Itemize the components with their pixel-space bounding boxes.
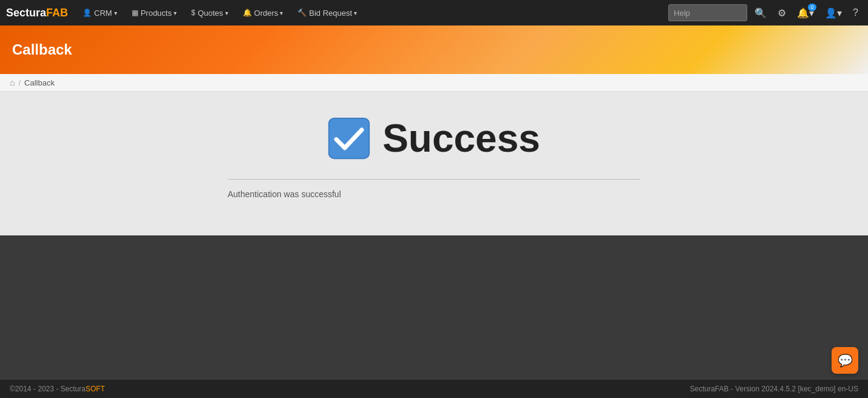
dark-area: [0, 235, 868, 380]
user-caret-icon: ▾: [837, 7, 842, 19]
nav-orders-label: Orders: [254, 8, 279, 18]
footer: ©2014 - 2023 - SecturaSOFT SecturaFAB - …: [0, 380, 868, 398]
crm-caret-icon: ▾: [114, 10, 117, 16]
brand-prefix: Sectura: [6, 7, 46, 19]
chat-icon: 💬: [838, 353, 853, 368]
footer-copyright-text: ©2014 - 2023 - Sectura: [10, 385, 86, 393]
navbar: SecturaFAB 👤 CRM ▾ ▦ Products ▾ $ Quotes…: [0, 0, 868, 25]
success-label: Success: [382, 116, 540, 161]
bell-icon: 🔔: [797, 7, 809, 19]
notifications-button[interactable]: 🔔 0 ▾: [793, 0, 818, 25]
footer-version-detail: - Version 2024.4.5.2 [kec_demo] en-US: [729, 385, 858, 393]
breadcrumb-home-icon[interactable]: ⌂: [10, 78, 15, 87]
orders-icon: 🔔: [243, 8, 252, 17]
products-caret-icon: ▾: [174, 10, 177, 16]
search-button[interactable]: 🔍: [751, 0, 770, 25]
content-divider: [228, 179, 640, 180]
nav-quotes-label: Quotes: [198, 8, 223, 18]
nav-quotes[interactable]: $ Quotes ▾: [185, 0, 234, 25]
page-title: Callback: [12, 41, 72, 58]
main-content: Success Authentication was successful: [0, 92, 868, 235]
nav-products-label: Products: [141, 8, 172, 18]
navbar-right: 🔍 ⚙ 🔔 0 ▾ 👤 ▾ ?: [668, 0, 862, 25]
footer-version: SecturaFAB - Version 2024.4.5.2 [kec_dem…: [690, 385, 858, 393]
nav-crm[interactable]: 👤 CRM ▾: [76, 0, 123, 25]
user-icon: 👤: [825, 7, 837, 19]
success-area: Success: [328, 116, 540, 161]
gear-icon: ⚙: [778, 7, 786, 19]
nav-bid-request[interactable]: 🔨 Bid Request ▾: [291, 0, 363, 25]
nav-crm-label: CRM: [94, 8, 112, 18]
notification-badge: 0: [808, 4, 816, 11]
breadcrumb-separator: /: [18, 78, 21, 87]
breadcrumb-bar: ⌂ / Callback: [0, 74, 868, 92]
bid-request-caret-icon: ▾: [354, 10, 357, 16]
footer-copyright: ©2014 - 2023 - SecturaSOFT: [10, 385, 105, 393]
chat-button[interactable]: 💬: [832, 347, 858, 374]
user-menu-button[interactable]: 👤 ▾: [821, 0, 846, 25]
help-input[interactable]: [668, 4, 747, 21]
footer-fab-label: FAB: [715, 385, 729, 393]
success-checkmark-icon: [328, 117, 370, 160]
products-icon: ▦: [132, 8, 138, 17]
nav-orders[interactable]: 🔔 Orders ▾: [237, 0, 290, 25]
auth-message: Authentication was successful: [228, 189, 640, 199]
footer-version-prefix: Sectura: [690, 385, 714, 393]
orders-caret-icon: ▾: [280, 10, 283, 16]
footer-brand-suffix: SOFT: [86, 385, 105, 393]
nav-bid-request-label: Bid Request: [309, 8, 352, 18]
page-header: Callback: [0, 25, 868, 74]
crm-icon: 👤: [83, 8, 92, 17]
quotes-caret-icon: ▾: [225, 10, 228, 16]
help-button[interactable]: ?: [849, 0, 862, 25]
bid-request-icon: 🔨: [297, 8, 307, 17]
settings-button[interactable]: ⚙: [774, 0, 790, 25]
brand-logo[interactable]: SecturaFAB: [6, 7, 68, 19]
brand-suffix: FAB: [46, 7, 68, 19]
question-icon: ?: [853, 7, 858, 18]
search-icon: 🔍: [754, 7, 767, 19]
quotes-icon: $: [191, 8, 195, 17]
breadcrumb-current: Callback: [24, 78, 55, 87]
nav-products[interactable]: ▦ Products ▾: [126, 0, 183, 25]
